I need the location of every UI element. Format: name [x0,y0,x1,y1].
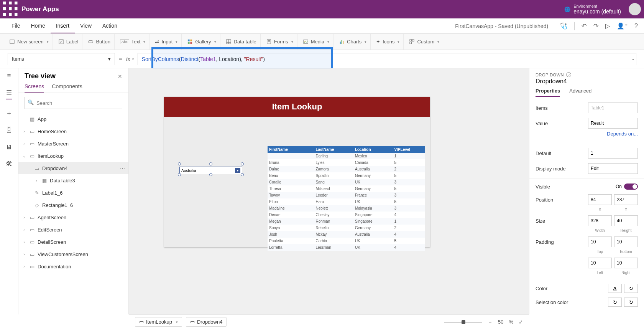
share-icon[interactable]: 👤⁺ [617,22,628,30]
gallery-menu[interactable]: Gallery▾ [183,34,220,50]
selcolor-swatch[interactable]: ↻ [608,298,622,307]
prop-pad-right[interactable] [614,258,638,268]
tree-node-label1-6[interactable]: ✎Label1_6 [18,187,128,199]
menu-bar: File Home Insert View Action FirstCanvas… [0,18,644,34]
svg-rect-11 [188,40,190,41]
menu-view[interactable]: View [75,18,97,33]
media-menu[interactable]: Media▾ [299,34,334,50]
prop-pad-top[interactable] [588,236,612,247]
tree-node-agentscreen[interactable]: ›▭AgentScreen [18,211,128,223]
resize-handle[interactable] [209,173,212,176]
tab-components[interactable]: Components [52,83,82,93]
prop-pad-left[interactable] [588,258,612,268]
tree-node-itemlookup[interactable]: ⌄▭ItemLookup [18,150,128,162]
zoom-slider[interactable] [444,322,482,322]
zoom-in-icon[interactable]: ＋ [488,319,493,326]
text-menu[interactable]: AbcText▾ [116,34,150,50]
custom-menu[interactable]: Custom▾ [405,34,443,50]
redo-icon[interactable]: ↷ [593,22,598,30]
media-pane-icon[interactable]: 🖥 [6,144,12,151]
prop-value-input[interactable] [588,118,638,129]
properties-panel: DROP DOWN? Dropdown4 Properties Advanced… [529,68,644,314]
menu-home[interactable]: Home [26,18,51,33]
tree-node-documentation[interactable]: ›▭Documentation [18,260,128,273]
artboard-itemlookup[interactable]: Item Lookup Australia ▾ FirstNameLastNam… [164,97,430,247]
font-color-swatch[interactable]: A [608,284,622,293]
forms-menu[interactable]: Forms▾ [262,34,297,50]
tree-node-app[interactable]: ▦App [18,113,128,125]
tools-icon[interactable]: 🛠 [6,160,12,168]
svg-rect-5 [15,7,18,10]
user-avatar[interactable] [629,3,641,15]
resize-handle[interactable] [178,173,181,176]
resize-handle[interactable] [209,162,212,165]
label-button[interactable]: Label [54,34,83,50]
tree-search-input[interactable] [25,97,122,109]
breadcrumb-screen[interactable]: ▭ItemLookup▾ [135,317,182,327]
waffle-icon[interactable] [3,2,18,17]
new-screen-button[interactable]: New screen▾ [6,34,53,50]
tree-view-icon[interactable]: ☰ [6,89,12,99]
button-button[interactable]: Button [84,34,115,50]
tree-node-editscreen[interactable]: ›▭EditScreen [18,223,128,236]
color-picker-button[interactable]: ↻ [624,284,638,293]
menu-file[interactable]: File [6,18,26,33]
menu-insert[interactable]: Insert [51,18,75,33]
icons-menu[interactable]: ✦Icons▾ [372,34,404,50]
prop-displaymode-input[interactable] [588,163,638,174]
more-icon[interactable]: ⋯ [120,165,125,171]
tree-node-detailscreen[interactable]: ›▭DetailScreen [18,236,128,248]
prop-value-label: Value [536,121,588,126]
tree-node-rectangle1-6[interactable]: ◇Rectangle1_6 [18,199,128,211]
app-checker-icon[interactable]: 🩺 [560,22,567,30]
tab-advanced[interactable]: Advanced [569,88,591,97]
environment-picker[interactable]: Environment enayu.com (default) [573,4,621,15]
help-icon[interactable]: ? [634,23,638,30]
resize-handle[interactable] [178,162,181,165]
prop-position-y[interactable] [614,194,638,205]
prop-items-input[interactable] [588,103,638,113]
hamburger-icon[interactable]: ≡ [7,72,11,80]
info-icon[interactable]: ? [566,72,571,77]
formula-input[interactable]: SortByColumns(Distinct(Table1, Location)… [138,53,636,65]
menu-action[interactable]: Action [97,18,123,33]
depends-on-link[interactable]: Depends on... [529,131,644,141]
tree-node-viewcustomers[interactable]: ›▭ViewCustomersScreen [18,248,128,260]
canvas-area[interactable]: Item Lookup Australia ▾ FirstNameLastNam… [129,68,529,314]
tree-node-masterscreen[interactable]: ›▭MasterScreen [18,137,128,150]
prop-position-x[interactable] [588,194,612,205]
canvas-datatable[interactable]: FirstNameLastNameLocationVIPLevelDarling… [268,146,425,251]
title-bar: Power Apps 🌐 Environment enayu.com (defa… [0,0,644,18]
prop-size-w[interactable] [588,215,612,226]
prop-default-input[interactable] [588,148,638,159]
insert-pane-icon[interactable]: ＋ [6,109,12,117]
resize-handle[interactable] [241,173,244,176]
fx-label[interactable]: fx▾ [126,56,134,62]
input-menu[interactable]: ⇄Input▾ [151,34,182,50]
tab-properties[interactable]: Properties [536,88,560,97]
prop-visible-toggle[interactable]: On [616,184,638,190]
data-table-button[interactable]: Data table [222,34,261,50]
undo-icon[interactable]: ↶ [582,22,586,30]
formula-expand-icon[interactable]: ▾ [632,57,634,61]
selcolor-picker[interactable]: ↻ [624,298,638,307]
tree-node-datatable3[interactable]: ›▦DataTable3 [18,174,128,187]
play-icon[interactable]: ▷ [605,22,610,30]
prop-size-h[interactable] [614,215,638,226]
data-icon[interactable]: 🗄 [6,127,12,134]
close-icon[interactable]: ✕ [118,73,122,79]
prop-pad-bottom[interactable] [614,236,638,247]
fit-to-window-icon[interactable]: ⤢ [519,319,523,325]
zoom-out-icon[interactable]: − [435,319,439,325]
tree-list: ▦App ›▭HomeScreen ›▭MasterScreen ⌄▭ItemL… [18,113,128,314]
svg-rect-14 [191,42,192,44]
prop-default-label: Default [536,150,588,156]
property-selector[interactable]: Items ▾ [8,53,115,65]
charts-menu[interactable]: Charts▾ [335,34,371,50]
tree-node-dropdown4[interactable]: ▭Dropdown4⋯ [18,162,128,174]
resize-handle[interactable] [241,162,244,165]
svg-rect-28 [412,40,414,41]
tab-screens[interactable]: Screens [25,83,44,93]
tree-node-homescreen[interactable]: ›▭HomeScreen [18,125,128,137]
breadcrumb-control[interactable]: ▭Dropdown4 [186,317,227,327]
